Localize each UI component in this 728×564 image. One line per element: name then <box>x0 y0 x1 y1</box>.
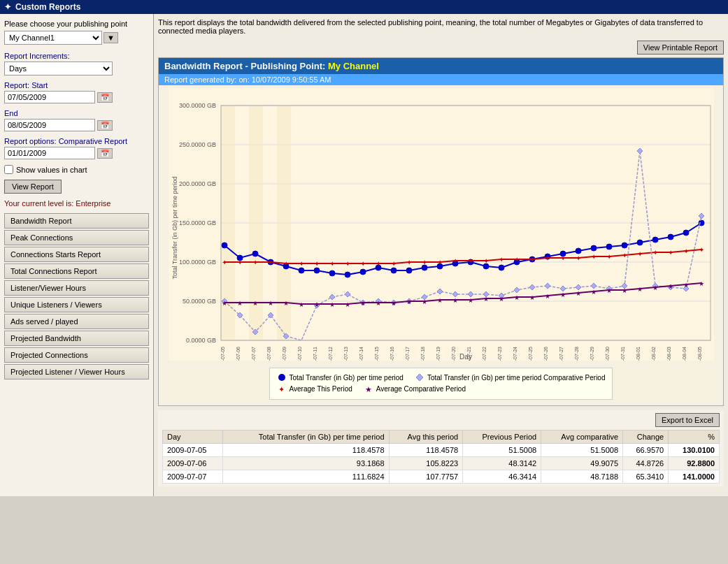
svg-text:✦: ✦ <box>422 259 427 266</box>
nav-item-1[interactable]: Peak Connections <box>4 230 149 245</box>
view-report-btn[interactable]: View Report <box>4 180 62 194</box>
nav-item-9[interactable]: Projected Listener / Viewer Hours <box>4 364 149 379</box>
table-row: 2009-07-05118.4578118.457851.500851.5008… <box>163 444 720 457</box>
show-values-checkbox[interactable] <box>4 165 13 174</box>
svg-point-77 <box>606 244 612 250</box>
start-date-row: 📅 <box>4 91 149 103</box>
print-btn-row: View Printable Report <box>158 41 724 55</box>
svg-text:2009-07-07: 2009-07-07 <box>251 347 256 361</box>
table-row: 2009-07-0693.1868105.822348.314249.90754… <box>163 457 720 470</box>
description-text: This report displays the total bandwidth… <box>158 18 724 35</box>
start-date-cal-btn[interactable]: 📅 <box>97 92 113 103</box>
table-cell: 130.0100 <box>669 444 720 457</box>
svg-text:★: ★ <box>329 301 335 308</box>
svg-text:✦: ✦ <box>299 260 304 268</box>
svg-text:★: ★ <box>683 282 689 289</box>
nav-item-5[interactable]: Unique Listeners / Viewers <box>4 297 149 312</box>
nav-item-0[interactable]: Bandwidth Report <box>4 213 149 229</box>
title-bar-icon: ✦ <box>4 2 11 12</box>
svg-marker-122 <box>329 294 335 300</box>
svg-point-58 <box>314 268 320 273</box>
table-body: 2009-07-05118.4578118.457851.500851.5008… <box>163 444 720 484</box>
svg-text:✦: ✦ <box>252 259 258 266</box>
svg-marker-137 <box>560 286 566 291</box>
svg-marker-123 <box>345 291 350 297</box>
svg-text:2009-08-05: 2009-08-05 <box>697 347 702 361</box>
svg-text:50.0000 GB: 50.0000 GB <box>182 298 215 305</box>
col-header-avg: Avg this period <box>389 431 463 444</box>
main-content: This report displays the total bandwidth… <box>154 14 728 496</box>
svg-text:200.0000 GB: 200.0000 GB <box>178 180 215 187</box>
print-btn[interactable]: View Printable Report <box>637 41 724 55</box>
svg-text:✦: ✦ <box>237 259 243 266</box>
svg-text:✦: ✦ <box>683 247 689 255</box>
nav-item-3[interactable]: Total Connections Report <box>4 263 149 279</box>
svg-text:✦: ✦ <box>545 254 550 262</box>
svg-text:★: ★ <box>699 280 704 287</box>
start-date-input[interactable] <box>4 91 95 103</box>
chart-header: Bandwidth Report - Publishing Point: My … <box>159 58 723 74</box>
legend-label-1: Total Transfer (in Gb) per time period <box>290 374 404 382</box>
end-date-cal-btn[interactable]: 📅 <box>97 120 113 131</box>
svg-text:✦: ✦ <box>406 259 412 266</box>
svg-text:2009-07-28: 2009-07-28 <box>574 347 579 361</box>
svg-text:★: ★ <box>360 300 366 307</box>
svg-text:★: ★ <box>545 293 550 300</box>
svg-text:★: ★ <box>514 294 520 301</box>
svg-text:2009-07-26: 2009-07-26 <box>543 347 548 361</box>
table-cell: 2009-07-07 <box>163 470 223 484</box>
nav-item-8[interactable]: Projected Connections <box>4 347 149 363</box>
svg-point-81 <box>668 234 673 240</box>
channel-dropdown-btn[interactable]: ▼ <box>104 32 118 43</box>
svg-text:✦: ✦ <box>468 257 473 265</box>
svg-text:✦: ✦ <box>314 260 320 268</box>
svg-text:✦: ✦ <box>514 256 520 263</box>
lightblue-line <box>224 151 701 340</box>
table-section: Export to Excel Day Total Transfer (in G… <box>158 410 724 486</box>
nav-item-6[interactable]: Ads served / played <box>4 314 149 329</box>
nav-item-2[interactable]: Connections Starts Report <box>4 247 149 262</box>
legend-item-4: ★ Average Comparative Period <box>364 384 466 393</box>
export-btn[interactable]: Export to Excel <box>655 413 720 427</box>
svg-text:★: ★ <box>376 300 381 307</box>
table-cell: 2009-07-06 <box>163 457 223 470</box>
svg-point-179 <box>278 374 285 381</box>
svg-point-82 <box>683 230 689 236</box>
svg-point-70 <box>499 265 504 270</box>
svg-text:✦: ✦ <box>668 249 673 256</box>
legend-red-star-icon: ✦ <box>277 384 287 393</box>
svg-text:★: ★ <box>591 289 597 296</box>
svg-text:★: ★ <box>437 297 443 304</box>
increments-select[interactable]: Days <box>4 62 113 75</box>
chart-body: 300.0000 GB 250.0000 GB 200.0000 GB 150.… <box>159 85 723 405</box>
svg-marker-142 <box>637 148 643 154</box>
current-level-row: Your current level is: Enterprise <box>4 199 149 208</box>
chart-subheader: Report generated by: on: 10/07/2009 9:50… <box>159 74 723 85</box>
svg-text:★: ★ <box>268 300 273 307</box>
red-stars: ✦ ✦ ✦ ✦ ✦ ✦ ✦ ✦ ✦ ✦ ✦ ✦ ✦ ✦ ✦ <box>222 246 704 268</box>
comparative-date-input[interactable] <box>4 147 95 159</box>
svg-text:2009-07-31: 2009-07-31 <box>620 347 625 361</box>
svg-text:✦: ✦ <box>437 259 443 266</box>
table-cell: 44.8726 <box>623 457 669 470</box>
svg-point-78 <box>622 243 627 248</box>
svg-point-79 <box>637 240 643 245</box>
svg-point-60 <box>345 272 350 277</box>
comparative-date-cal-btn[interactable]: 📅 <box>97 148 113 159</box>
svg-text:2009-07-17: 2009-07-17 <box>405 347 410 361</box>
end-date-input[interactable] <box>4 119 95 131</box>
col-header-day: Day <box>163 431 223 444</box>
svg-point-63 <box>391 268 397 273</box>
nav-item-4[interactable]: Listener/Viewer Hours <box>4 280 149 296</box>
channel-select[interactable]: My Channel1 <box>4 31 102 45</box>
legend-row-1: Total Transfer (in Gb) per time period T… <box>277 373 606 382</box>
nav-item-7[interactable]: Projected Bandwidth <box>4 331 149 346</box>
svg-text:★: ★ <box>637 286 643 293</box>
svg-text:Total Transfer (in Gb) per tim: Total Transfer (in Gb) per time period <box>171 176 178 279</box>
current-level-text: Your current level is: <box>4 199 76 208</box>
end-date-row: 📅 <box>4 119 149 131</box>
chart-svg: 300.0000 GB 250.0000 GB 200.0000 GB 150.… <box>169 88 714 361</box>
svg-text:✦: ✦ <box>278 385 285 393</box>
svg-text:0.0000 GB: 0.0000 GB <box>185 337 215 344</box>
svg-text:2009-07-23: 2009-07-23 <box>497 347 502 361</box>
